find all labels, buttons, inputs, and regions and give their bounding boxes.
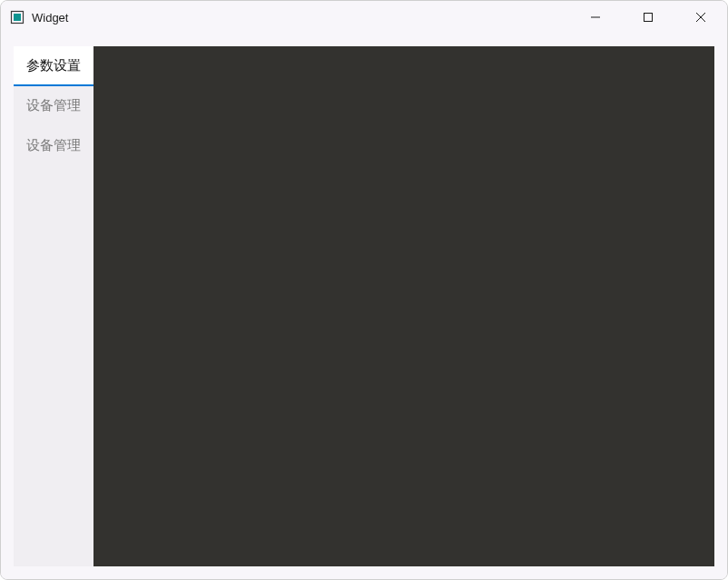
maximize-button[interactable]: [622, 1, 674, 34]
tab-label: 设备管理: [26, 97, 81, 114]
minimize-icon: [591, 13, 600, 22]
close-button[interactable]: [674, 1, 727, 34]
app-icon: [10, 10, 25, 25]
svg-rect-3: [644, 14, 653, 22]
tab-bar: 参数设置 设备管理 设备管理: [14, 46, 93, 566]
content-panel: [93, 46, 714, 566]
tab-device-management-1[interactable]: 设备管理: [14, 86, 93, 126]
client-area: 参数设置 设备管理 设备管理: [1, 34, 727, 579]
maximize-icon: [644, 13, 653, 22]
svg-rect-1: [14, 14, 21, 21]
tab-label: 设备管理: [26, 137, 81, 154]
window-controls: [569, 1, 727, 34]
application-window: Widget 参数设置: [0, 0, 728, 580]
window-title: Widget: [32, 11, 569, 25]
minimize-button[interactable]: [569, 1, 622, 34]
tab-device-management-2[interactable]: 设备管理: [14, 126, 93, 166]
title-bar[interactable]: Widget: [1, 1, 727, 34]
tab-label: 参数设置: [26, 57, 81, 74]
close-icon: [696, 13, 705, 22]
tab-parameter-settings[interactable]: 参数设置: [14, 46, 93, 86]
